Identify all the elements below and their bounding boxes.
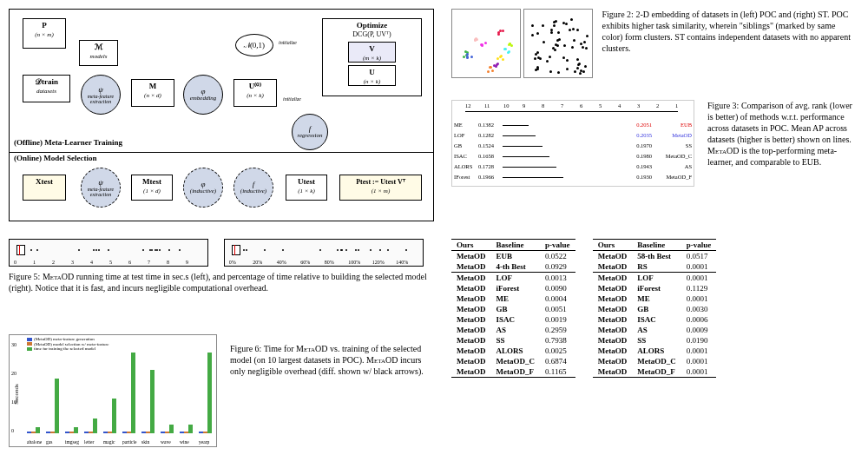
embedding-poc (451, 9, 521, 78)
embedding-st (523, 9, 593, 78)
box-P: P(n × m) (23, 18, 66, 49)
boxplot-seconds: 0123456789 (9, 239, 208, 267)
circle-f: fregression (292, 114, 328, 150)
figure-6-caption: Figure 6: Time for MetaOD vs. training o… (230, 343, 425, 377)
boxplot-percent: 0%20%40%60%80%100%120%140% (224, 239, 424, 267)
box-U0: U⁽⁰⁾(n × k) (233, 79, 277, 107)
divider-line (10, 152, 433, 153)
figure-5-caption: Figure 5: MetaOD running time at test ti… (9, 271, 434, 293)
figure-2-caption: Figure 2: 2-D embedding of datasets in (… (602, 9, 854, 54)
figure-3: 121110987654321ME0.1382LOF0.1282GB0.1524… (451, 100, 859, 200)
circle-f2: f(inductive) (233, 168, 273, 208)
offline-label: (Offline) Meta-Learner Training (14, 138, 122, 147)
circle-phi: φembedding (183, 75, 223, 115)
circle-N01: 𝒩(0,1) (235, 34, 273, 56)
box-optimize: OptimizeDCG(P, UVᵀ) V(m × k) U(n × k) (322, 18, 422, 96)
label-initialize2: initialize (283, 96, 301, 102)
box-U: U(n × k) (348, 65, 396, 86)
box-V: V(m × k) (348, 42, 396, 63)
label-initialize: initialize (279, 40, 297, 45)
box-M: M(n × d) (131, 79, 174, 107)
circle-psi: ψmeta-feature extraction (81, 75, 121, 115)
figure-6: (MetaOD) meta-feature generation (MetaOD… (9, 334, 434, 460)
table-left: OursBaselinep-valueMetaODEUB0.0522MetaOD… (451, 239, 575, 378)
chart-legend: (MetaOD) meta-feature generation (MetaOD… (27, 337, 108, 352)
circle-phi2: φ(inductive) (183, 168, 223, 208)
figure-5: 0123456789 0%20%40%60%80%100%120%140% Fi… (9, 239, 434, 295)
box-Utest: Utest(1 × k) (286, 175, 327, 201)
figure-2: Figure 2: 2-D embedding of datasets in (… (451, 9, 859, 87)
pvalue-tables: OursBaselinep-valueMetaODEUB0.0522MetaOD… (451, 239, 859, 378)
box-Mtest: Mtest(1 × d) (131, 175, 173, 201)
table-right: OursBaselinep-valueMetaOD58-th Best0.051… (593, 239, 717, 378)
rank-plot: 121110987654321ME0.1382LOF0.1282GB0.1524… (451, 100, 694, 187)
box-Ptest: Ptest := Utest Vᵀ(1 × m) (339, 175, 422, 201)
figure-1-diagram: (Offline) Meta-Learner Training (Online)… (9, 9, 434, 221)
bar-chart: (MetaOD) meta-feature generation (MetaOD… (9, 334, 217, 447)
box-Dtrain: 𝒟traindatasets (23, 75, 70, 102)
box-Xtest: Xtest (23, 175, 66, 201)
circle-psi2: ψmeta-feature extraction (81, 168, 121, 208)
online-label: (Online) Model Selection (14, 154, 97, 162)
box-M-models: ℳmodels (79, 40, 118, 66)
figure-3-caption: Figure 3: Comparison of avg. rank (lower… (707, 100, 859, 168)
